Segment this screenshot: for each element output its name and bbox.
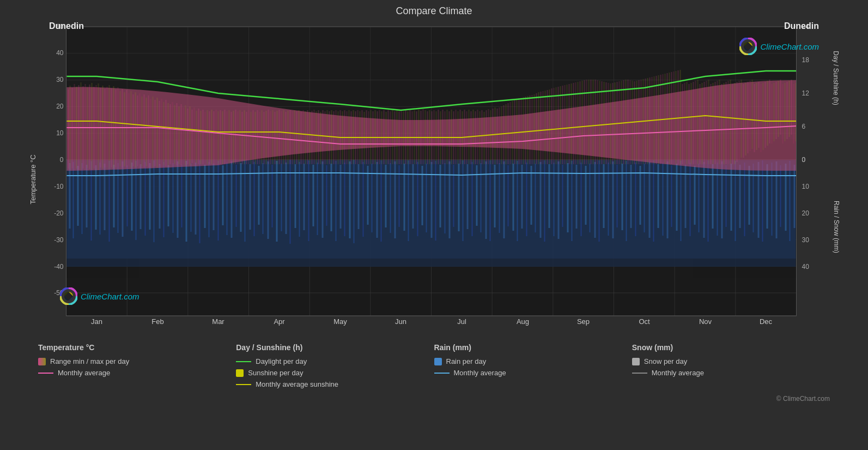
legend-label-temp-range: Range min / max per day — [50, 357, 129, 365]
svg-rect-45 — [118, 163, 119, 233]
legend-icon-sunshine-bar — [236, 369, 244, 377]
svg-rect-419 — [554, 88, 555, 164]
svg-rect-34 — [69, 163, 71, 229]
svg-rect-428 — [573, 83, 574, 164]
svg-rect-74 — [250, 164, 251, 230]
svg-rect-67 — [218, 161, 219, 241]
svg-rect-55 — [163, 162, 165, 237]
svg-rect-167 — [671, 165, 672, 227]
watermark-text-bottom: ClimeChart.com — [81, 292, 139, 301]
legend-item-sunshine-bar: Sunshine per day — [236, 369, 434, 377]
svg-rect-406 — [525, 97, 526, 164]
svg-rect-439 — [597, 80, 598, 164]
svg-rect-482 — [691, 83, 692, 164]
svg-rect-111 — [417, 162, 418, 236]
svg-rect-450 — [621, 81, 622, 164]
legend-item-snow-avg: Monthly average — [632, 369, 830, 377]
svg-rect-114 — [431, 162, 433, 238]
svg-rect-391 — [493, 109, 494, 164]
legend-title-rain: Rain (mm) — [434, 343, 632, 352]
svg-rect-279 — [248, 110, 250, 164]
svg-text:Aug: Aug — [517, 317, 529, 326]
svg-rect-283 — [257, 110, 258, 164]
svg-rect-48 — [131, 163, 133, 231]
legend-col-temperature: Temperature °C Range min / max per day M… — [38, 343, 236, 388]
svg-rect-411 — [536, 93, 537, 164]
svg-rect-135 — [526, 163, 527, 236]
svg-rect-495 — [719, 80, 720, 164]
svg-rect-161 — [644, 164, 645, 232]
svg-rect-126 — [485, 161, 487, 239]
svg-rect-516 — [765, 82, 766, 148]
svg-rect-381 — [471, 111, 472, 164]
svg-rect-442 — [604, 82, 605, 164]
svg-rect-393 — [497, 109, 498, 164]
svg-rect-476 — [678, 70, 679, 164]
svg-rect-427 — [571, 83, 572, 164]
legend-item-temp-range: Range min / max per day — [38, 357, 236, 365]
main-container: Compare Climate Dunedin Dunedin ClimeCha… — [0, 0, 868, 450]
svg-rect-519 — [772, 84, 773, 143]
svg-rect-441 — [602, 81, 603, 164]
svg-rect-278 — [246, 112, 247, 164]
legend-label-daylight: Daylight per day — [256, 357, 307, 365]
svg-rect-421 — [558, 87, 559, 164]
svg-rect-191 — [780, 165, 781, 227]
svg-rect-510 — [752, 80, 753, 149]
svg-text:Jan: Jan — [91, 317, 102, 326]
svg-rect-272 — [233, 111, 234, 164]
svg-rect-414 — [543, 91, 544, 164]
svg-rect-424 — [564, 85, 566, 164]
legend-label-snow-avg: Monthly average — [652, 369, 704, 377]
svg-rect-444 — [608, 83, 609, 164]
svg-rect-478 — [682, 84, 683, 164]
svg-rect-100 — [367, 166, 369, 225]
svg-rect-308 — [312, 111, 313, 164]
svg-text:40: 40 — [802, 263, 810, 271]
svg-rect-490 — [708, 80, 709, 164]
svg-rect-305 — [305, 111, 306, 164]
svg-text:20: 20 — [56, 103, 64, 110]
svg-rect-440 — [599, 81, 600, 164]
svg-rect-210 — [98, 83, 99, 170]
svg-rect-123 — [472, 162, 473, 236]
svg-rect-422 — [560, 86, 561, 164]
svg-rect-250 — [185, 105, 186, 165]
legend-item-daylight: Daylight per day — [236, 357, 434, 365]
svg-rect-225 — [131, 91, 132, 167]
svg-rect-302 — [299, 110, 300, 164]
svg-rect-527 — [789, 81, 790, 137]
svg-rect-477 — [680, 70, 681, 164]
svg-rect-480 — [687, 82, 688, 164]
svg-rect-139 — [544, 160, 545, 242]
svg-rect-281 — [253, 110, 254, 164]
svg-rect-264 — [216, 110, 217, 164]
svg-rect-292 — [277, 111, 278, 164]
svg-text:30: 30 — [802, 236, 810, 244]
svg-rect-407 — [527, 96, 529, 164]
svg-rect-79 — [272, 165, 273, 227]
svg-rect-140 — [549, 164, 550, 228]
svg-rect-188 — [767, 164, 768, 229]
legend-title-sunshine: Day / Sunshine (h) — [236, 343, 434, 352]
svg-rect-315 — [327, 110, 328, 164]
svg-rect-318 — [333, 111, 335, 164]
svg-rect-509 — [750, 81, 751, 151]
svg-rect-457 — [636, 81, 638, 164]
svg-text:18: 18 — [802, 56, 810, 64]
watermark-bottom: ClimeChart.com — [60, 287, 139, 305]
svg-rect-500 — [730, 80, 731, 164]
svg-rect-190 — [776, 161, 778, 238]
svg-rect-408 — [530, 95, 531, 164]
svg-rect-241 — [166, 100, 167, 166]
svg-text:30: 30 — [56, 76, 64, 83]
svg-rect-116 — [440, 165, 441, 227]
svg-rect-405 — [523, 97, 524, 164]
svg-rect-487 — [702, 83, 703, 164]
svg-text:Jul: Jul — [457, 317, 466, 326]
logo-icon-bottom — [60, 287, 77, 305]
svg-rect-169 — [681, 161, 682, 241]
svg-rect-63 — [199, 160, 201, 243]
svg-rect-491 — [711, 84, 712, 164]
legend-icon-temp-range — [38, 358, 46, 365]
